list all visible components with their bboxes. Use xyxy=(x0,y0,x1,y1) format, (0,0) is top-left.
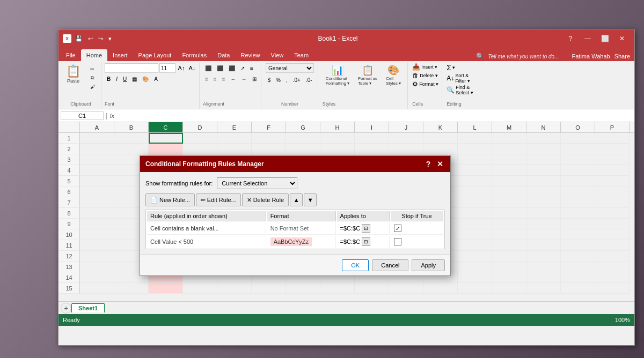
cancel-btn[interactable]: Cancel xyxy=(372,259,408,271)
paste-btn[interactable]: 📋 Paste xyxy=(63,63,84,85)
share-btn[interactable]: Share xyxy=(614,53,630,59)
col-header-P[interactable]: P xyxy=(595,122,630,132)
cell-K1[interactable] xyxy=(423,133,458,144)
font-size-input[interactable] xyxy=(159,63,175,73)
cell-J1[interactable] xyxy=(389,133,423,144)
dialog-help-btn[interactable]: ? xyxy=(423,159,433,169)
col-header-B[interactable]: B xyxy=(114,122,149,132)
cell-G1[interactable] xyxy=(286,133,320,144)
dec-dec-btn[interactable]: .0- xyxy=(304,75,314,85)
formula-input[interactable] xyxy=(116,113,632,119)
align-bot-btn[interactable]: ⬛ xyxy=(226,63,237,73)
cell-J2[interactable] xyxy=(389,144,423,154)
increase-font-btn[interactable]: A↑ xyxy=(177,63,186,73)
format-painter-btn[interactable]: 🖌 xyxy=(86,83,99,91)
underline-btn[interactable]: U xyxy=(121,74,129,84)
cell-C2[interactable] xyxy=(149,144,183,154)
cell-L1[interactable] xyxy=(458,133,492,144)
cell-A2[interactable] xyxy=(80,144,114,154)
col-header-M[interactable]: M xyxy=(492,122,526,132)
move-up-btn[interactable]: ▲ xyxy=(290,193,303,206)
insert-btn[interactable]: Insert ▾ xyxy=(421,64,437,70)
rule-description-1[interactable]: Cell contains a blank val... xyxy=(147,222,266,235)
cell-M3[interactable] xyxy=(492,154,526,165)
cell-O2[interactable] xyxy=(561,144,595,154)
col-header-K[interactable]: K xyxy=(423,122,458,132)
cell-M1[interactable] xyxy=(492,133,526,144)
tab-data[interactable]: Data xyxy=(212,49,235,61)
comma-btn[interactable]: , xyxy=(284,75,290,85)
col-header-L[interactable]: L xyxy=(458,122,492,132)
cell-M2[interactable] xyxy=(492,144,526,154)
cell-C1[interactable] xyxy=(149,133,183,144)
col-header-C[interactable]: C xyxy=(149,122,183,132)
dialog-close-btn[interactable]: ✕ xyxy=(435,159,445,169)
cell-I1[interactable] xyxy=(355,133,389,144)
col-header-O[interactable]: O xyxy=(561,122,595,132)
cell-N3[interactable] xyxy=(526,154,561,165)
tab-team[interactable]: Team xyxy=(289,49,314,61)
italic-btn[interactable]: I xyxy=(114,74,120,84)
show-rules-select[interactable]: Current Selection This Worksheet xyxy=(217,177,297,189)
range-picker-1[interactable]: ⊡ xyxy=(362,224,370,233)
col-header-N[interactable]: N xyxy=(526,122,561,132)
font-name-input[interactable] xyxy=(105,63,158,73)
minimize-btn[interactable]: — xyxy=(580,33,596,44)
cell-styles-btn[interactable]: 🎨 CellStyles ▾ xyxy=(383,63,404,87)
cell-O1[interactable] xyxy=(561,133,595,144)
undo-qat-btn[interactable]: ↩ xyxy=(86,34,94,43)
fill-color-btn[interactable]: 🎨 xyxy=(140,74,151,84)
tab-view[interactable]: View xyxy=(266,49,289,61)
cell-A3[interactable] xyxy=(80,154,114,165)
bold-btn[interactable]: B xyxy=(105,74,113,84)
tab-formulas[interactable]: Formulas xyxy=(177,49,212,61)
stop-if-true-check-2[interactable] xyxy=(394,238,401,245)
cell-D2[interactable] xyxy=(183,144,217,154)
name-box[interactable] xyxy=(61,111,104,120)
tab-insert[interactable]: Insert xyxy=(107,49,133,61)
new-rule-btn[interactable]: 📄 New Rule... xyxy=(145,193,195,206)
cell-P1[interactable] xyxy=(595,133,630,144)
cell-N2[interactable] xyxy=(526,144,561,154)
cell-P3[interactable] xyxy=(595,154,630,165)
range-picker-2[interactable]: ⊡ xyxy=(362,237,370,246)
cell-E2[interactable] xyxy=(217,144,252,154)
col-header-I[interactable]: I xyxy=(355,122,389,132)
apply-btn[interactable]: Apply xyxy=(412,259,445,271)
cut-btn[interactable]: ✂ xyxy=(86,65,99,73)
col-header-H[interactable]: H xyxy=(320,122,355,132)
autosum-btn[interactable]: ▾ xyxy=(452,65,455,70)
dec-inc-btn[interactable]: .0+ xyxy=(291,75,303,85)
cell-E1[interactable] xyxy=(217,133,252,144)
cell-F1[interactable] xyxy=(252,133,286,144)
align-right-btn[interactable]: ≡ xyxy=(220,74,228,84)
format-btn[interactable]: Format ▾ xyxy=(419,81,438,87)
col-header-E[interactable]: E xyxy=(217,122,252,132)
align-center-btn[interactable]: ≡ xyxy=(211,74,219,84)
align-top-btn[interactable]: ⬛ xyxy=(203,63,214,73)
cell-N1[interactable] xyxy=(526,133,561,144)
col-header-F[interactable]: F xyxy=(252,122,286,132)
maximize-btn[interactable]: ⬜ xyxy=(597,33,613,44)
move-down-btn[interactable]: ▼ xyxy=(304,193,317,206)
cell-L3[interactable] xyxy=(458,154,492,165)
number-format-select[interactable]: General Number Currency xyxy=(266,63,314,73)
cell-G2[interactable] xyxy=(286,144,320,154)
cell-C15[interactable] xyxy=(149,283,183,294)
help-btn[interactable]: ? xyxy=(562,33,579,44)
save-qat-btn[interactable]: 💾 xyxy=(74,34,84,43)
merge-btn[interactable]: ⊞ xyxy=(250,74,259,84)
col-header-G[interactable]: G xyxy=(286,122,320,132)
format-as-table-btn[interactable]: 📋 Format asTable ▾ xyxy=(355,63,380,87)
tab-home[interactable]: Home xyxy=(81,49,107,61)
tab-review[interactable]: Review xyxy=(235,49,265,61)
font-color-btn[interactable]: A xyxy=(152,74,160,84)
ok-btn[interactable]: OK xyxy=(342,259,369,271)
wrap-btn[interactable]: ≡ xyxy=(248,63,255,73)
cell-P2[interactable] xyxy=(595,144,630,154)
tab-page-layout[interactable]: Page Layout xyxy=(133,49,177,61)
cell-L2[interactable] xyxy=(458,144,492,154)
cell-H1[interactable] xyxy=(320,133,355,144)
fill-btn[interactable]: A↓ xyxy=(447,74,454,82)
currency-btn[interactable]: $ xyxy=(266,75,273,85)
